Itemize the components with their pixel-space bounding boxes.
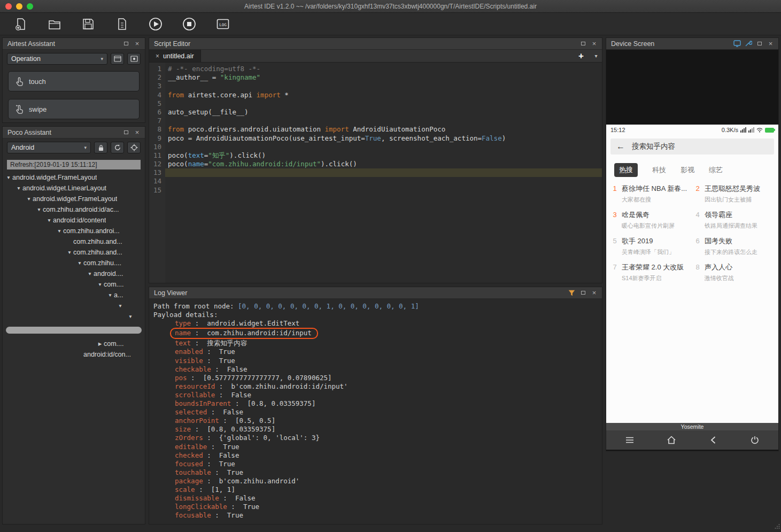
chevron-down-icon[interactable]: ▼ [5,175,12,180]
log-button[interactable]: LOG [215,16,231,32]
float-panel-icon[interactable] [122,128,130,136]
close-panel-icon[interactable]: × [133,40,141,48]
tree-node[interactable]: ▼android.... [3,268,145,279]
tab-list-dropdown[interactable]: ▾ [590,50,602,62]
inspect-button[interactable] [127,142,141,153]
close-panel-icon[interactable]: × [590,289,598,297]
record-button[interactable] [127,53,141,65]
close-tab-icon[interactable]: × [156,52,159,60]
chevron-down-icon[interactable]: ▼ [127,314,134,319]
editor-code[interactable]: # -*- encoding=utf8 -*-__author__ = "kin… [165,63,602,283]
hot-item[interactable]: 3啥是佩奇暖心电影宣传片刷屏 [612,210,690,230]
refresh-timestamp-bar[interactable]: Refresh:[2019-01-19 15:11:12] [7,160,141,169]
tree-node[interactable]: ▼com.zhihu.... [3,258,145,268]
float-panel-icon[interactable] [755,40,763,48]
phone-screen[interactable]: 15:12 0.3K/s [606,125,778,423]
code-line[interactable]: auto_setup(__file__) [165,108,602,117]
log-content[interactable]: Path from root node: [0, 0, 0, 0, 0, 0, … [149,299,602,524]
zhihu-search-bar[interactable]: ← 搜索知乎内容 [610,138,774,155]
code-editor[interactable]: 123456789101112131415 # -*- encoding=utf… [149,63,602,283]
chevron-right-icon[interactable]: ▶ [96,341,104,346]
search-input-text[interactable]: 搜索知乎内容 [632,142,675,151]
tree-node[interactable]: ▼ [3,300,145,311]
hot-item[interactable]: 2王思聪怒怼吴秀波因出轨门女主被捕 [694,184,773,204]
stop-button[interactable] [181,16,197,32]
rotate-screen-button[interactable] [733,40,741,48]
code-line[interactable]: from poco.drivers.android.uiautomation i… [165,125,602,134]
back-arrow-icon[interactable]: ← [616,142,625,151]
hot-item[interactable]: 6国考失败接下来的路该怎么走 [694,236,773,256]
back-button[interactable] [707,434,720,446]
code-line[interactable] [165,168,602,177]
float-panel-icon[interactable] [122,40,130,48]
save-button[interactable] [80,16,96,32]
code-line[interactable]: # -*- encoding=utf8 -*- [165,65,602,73]
horizontal-scrollbar[interactable] [6,327,142,334]
code-line[interactable]: poco(text="知乎").click() [165,151,602,160]
run-button[interactable] [148,16,164,32]
close-panel-icon[interactable]: × [133,128,141,136]
code-line[interactable]: from airtest.core.api import * [165,91,602,99]
zhihu-tab[interactable]: 影视 [681,165,694,175]
insert-snippet-button[interactable] [111,53,124,65]
swipe-button[interactable]: swipe [8,99,140,119]
power-button[interactable] [748,434,761,446]
hot-item[interactable]: 5歌手 2019吴青峰演绎「我们」 [612,236,690,256]
tree-node[interactable]: ▼ [3,311,145,322]
operation-mode-select[interactable]: Operation ▾ [7,53,107,65]
code-line[interactable]: poco(name="com.zhihu.android:id/input").… [165,160,602,168]
close-window-button[interactable] [5,3,12,10]
tree-node[interactable]: ▼android.widget.FrameLayout [3,172,145,183]
close-panel-icon[interactable]: × [590,40,598,48]
chevron-down-icon[interactable]: ▼ [25,196,33,202]
chevron-down-icon[interactable]: ▼ [106,292,114,298]
new-script-button[interactable] [13,16,29,32]
code-line[interactable] [165,117,602,125]
code-line[interactable] [165,186,602,195]
chevron-down-icon[interactable]: ▼ [96,282,104,287]
zhihu-tab[interactable]: 热搜 [614,163,638,177]
float-panel-icon[interactable] [579,40,587,48]
save-as-button[interactable] [114,16,130,32]
zhihu-tab[interactable]: 科技 [652,165,666,175]
tree-node[interactable]: ▼com.zhihu.androi... [3,226,145,236]
chevron-down-icon[interactable]: ▼ [86,271,94,276]
tree-node[interactable]: ▼android.widget.LinearLayout [3,183,145,194]
chevron-down-icon[interactable]: ▼ [45,218,53,223]
hot-item[interactable]: 8声入人心激情收官战 [694,263,773,282]
device-tools-button[interactable] [744,40,752,48]
code-line[interactable]: poco = AndroidUiautomationPoco(use_airte… [165,134,602,143]
code-line[interactable] [165,143,602,151]
chevron-down-icon[interactable]: ▼ [56,228,63,234]
zoom-window-button[interactable] [27,3,33,10]
chevron-down-icon[interactable]: ▼ [117,303,124,309]
refresh-button[interactable] [111,142,124,153]
chevron-down-icon[interactable]: ▼ [15,186,22,191]
open-script-button[interactable] [47,16,63,32]
zhihu-tab[interactable]: 综艺 [709,165,723,175]
hot-item[interactable]: 4领导霸座铁路局通报调查结果 [694,210,773,230]
filter-button[interactable] [568,289,576,297]
code-line[interactable] [165,177,602,186]
hot-item[interactable]: 1蔡徐坤任 NBA 新春...大家都在搜 [612,184,690,204]
lock-button[interactable] [94,142,107,153]
tree-node[interactable]: ▼com.zhihu.android:id/ac... [3,204,145,215]
code-line[interactable] [165,99,602,108]
tree-node[interactable]: ▼android:id/content [3,215,145,226]
chevron-down-icon[interactable]: ▼ [66,250,73,255]
tree-node[interactable]: ▶com.... [3,338,145,349]
code-line[interactable] [165,82,602,90]
menu-button[interactable] [623,434,636,446]
tree-node[interactable]: com.zhihu.and... [3,236,145,247]
code-line[interactable]: __author__ = "kingname" [165,73,602,82]
float-panel-icon[interactable] [579,289,587,297]
tab-untitled-air[interactable]: × untitled.air [149,50,201,62]
chevron-down-icon[interactable]: ▼ [35,207,43,212]
minimize-window-button[interactable] [16,3,22,10]
close-panel-icon[interactable]: × [767,40,775,48]
tree-node[interactable]: ▼android.widget.FrameLayout [3,194,145,204]
hot-item[interactable]: 7王者荣耀 2.0 大改版S14新赛季开启 [612,263,690,282]
home-button[interactable] [665,434,678,446]
tree-node[interactable]: android:id/con... [3,349,145,360]
chevron-down-icon[interactable]: ▼ [76,260,83,266]
